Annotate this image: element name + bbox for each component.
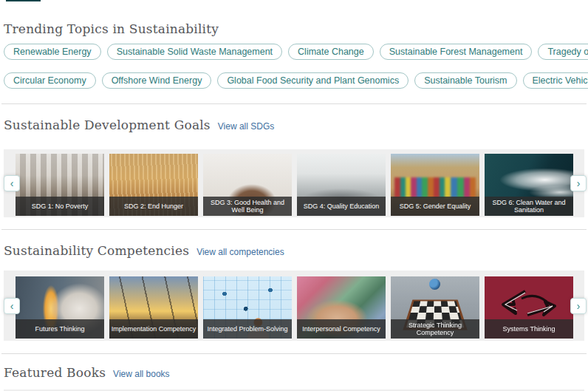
chevron-right-icon: › <box>577 300 581 312</box>
card-label: SDG 2: End Hunger <box>109 197 198 216</box>
sdg-card-gender-equality[interactable]: SDG 5: Gender Equality <box>391 154 479 216</box>
sdg-card-no-poverty[interactable]: SDG 1: No Poverty <box>16 154 104 216</box>
chevron-left-icon: ‹ <box>10 177 14 189</box>
trending-topics-section-header: Trending Topics in Sustainability <box>4 21 588 37</box>
topic-chip-sustainable-tourism[interactable]: Sustainable Tourism <box>414 72 516 89</box>
nav-active-tab-indicator <box>6 0 41 1</box>
card-label: Strategic Thinking Competency <box>391 319 479 339</box>
trending-topics-title: Trending Topics in Sustainability <box>4 21 219 37</box>
competency-card-integrated-problem-solving[interactable]: Integrated Problem-Solving <box>203 276 292 339</box>
card-label: Systems Thinking <box>485 319 573 339</box>
competency-card-systems-thinking[interactable]: Systems Thinking <box>485 276 573 339</box>
sdg-carousel-prev-button[interactable]: ‹ <box>4 175 20 191</box>
sdg-card-good-health[interactable]: SDG 3: Good Health and Well Being <box>203 154 292 216</box>
sdg-card-end-hunger[interactable]: SDG 2: End Hunger <box>109 154 198 216</box>
competencies-title: Sustainability Competencies <box>4 242 189 259</box>
view-all-sdgs-link[interactable]: View all SDGs <box>218 118 274 135</box>
sdg-carousel-next-button[interactable]: › <box>570 175 587 191</box>
competencies-carousel-next-button[interactable]: › <box>570 298 587 314</box>
chip-row-1: Renewable Energy Sustainable Solid Waste… <box>4 44 584 60</box>
card-label: Implementation Competency <box>109 319 198 339</box>
featured-books-title: Featured Books <box>4 364 106 381</box>
topic-chip-offshore-wind-energy[interactable]: Offshore Wind Energy <box>102 72 212 89</box>
section-divider <box>1 229 587 230</box>
chevron-left-icon: ‹ <box>10 300 14 312</box>
sdg-section-header: Sustainable Development Goals View all S… <box>4 117 588 135</box>
card-label: Futures Thinking <box>16 319 104 339</box>
topic-chip-climate-change[interactable]: Climate Change <box>288 44 374 60</box>
trending-topic-chips: Renewable Energy Sustainable Solid Waste… <box>4 44 584 96</box>
sdg-title: Sustainable Development Goals <box>4 117 211 133</box>
topic-chip-sustainable-forest-management[interactable]: Sustainable Forest Management <box>380 44 533 60</box>
chip-row-2: Circular Economy Offshore Wind Energy Gl… <box>4 65 584 96</box>
card-label: SDG 6: Clean Water and Sanitation <box>485 197 573 216</box>
topic-chip-sustainable-solid-waste-management[interactable]: Sustainable Solid Waste Management <box>107 44 282 60</box>
competency-card-strategic-thinking[interactable]: Strategic Thinking Competency <box>391 276 479 339</box>
competencies-carousel-prev-button[interactable]: ‹ <box>4 298 20 314</box>
card-label: SDG 4: Quality Education <box>297 197 386 216</box>
sdg-card-clean-water[interactable]: SDG 6: Clean Water and Sanitation <box>485 154 573 216</box>
card-label: SDG 5: Gender Equality <box>391 197 479 216</box>
sdg-cards: SDG 1: No Poverty SDG 2: End Hunger SDG … <box>4 149 584 217</box>
competencies-section-header: Sustainability Competencies View all com… <box>4 242 588 260</box>
view-all-competencies-link[interactable]: View all competencies <box>196 244 284 260</box>
competency-card-futures-thinking[interactable]: Futures Thinking <box>16 276 104 339</box>
featured-books-section-header: Featured Books View all books <box>4 364 588 382</box>
competency-card-implementation[interactable]: Implementation Competency <box>109 276 198 339</box>
topic-chip-electric-vehicles[interactable]: Electric Vehicles <box>523 72 588 89</box>
competency-card-interpersonal[interactable]: Interpersonal Competency <box>297 276 386 339</box>
topic-chip-circular-economy[interactable]: Circular Economy <box>4 72 96 89</box>
card-label: SDG 1: No Poverty <box>16 197 104 216</box>
section-divider <box>1 353 587 354</box>
competencies-carousel: ‹ Futures Thinking Implementation Compet… <box>4 271 584 341</box>
topic-chip-renewable-energy[interactable]: Renewable Energy <box>4 44 101 60</box>
sdg-card-quality-education[interactable]: SDG 4: Quality Education <box>297 154 386 216</box>
view-all-books-link[interactable]: View all books <box>113 366 170 382</box>
sdg-carousel: ‹ SDG 1: No Poverty SDG 2: End Hunger SD… <box>4 149 584 217</box>
topic-chip-global-food-security[interactable]: Global Food Security and Plant Genomics <box>217 72 408 89</box>
card-label: SDG 3: Good Health and Well Being <box>203 197 292 216</box>
section-divider <box>1 103 587 104</box>
competency-cards: Futures Thinking Implementation Competen… <box>4 271 584 341</box>
card-label: Interpersonal Competency <box>297 319 386 339</box>
chevron-right-icon: › <box>577 177 581 189</box>
card-label: Integrated Problem-Solving <box>203 319 292 339</box>
topic-chip-tragedy-of-the-commons[interactable]: Tragedy of the Commons <box>538 44 588 60</box>
